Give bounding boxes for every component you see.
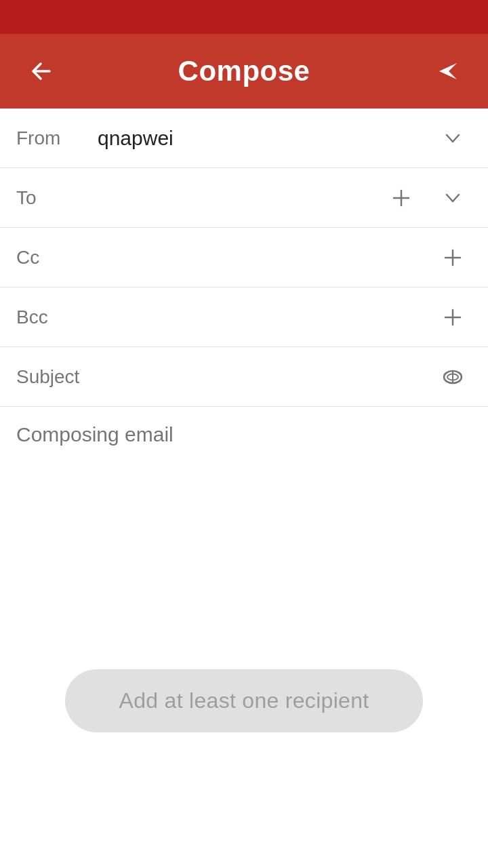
cc-row: Cc (0, 228, 488, 288)
bcc-actions (434, 298, 472, 336)
body-area (0, 407, 488, 679)
from-value: qnapwei (91, 127, 434, 150)
to-actions (382, 179, 472, 217)
from-actions (434, 119, 472, 157)
subject-actions (434, 358, 472, 396)
from-chevron-button[interactable] (434, 119, 472, 157)
from-row: From qnapwei (0, 108, 488, 168)
body-input[interactable] (16, 423, 472, 660)
compose-form: From qnapwei To (0, 108, 488, 679)
to-label: To (16, 187, 91, 209)
to-add-button[interactable] (382, 179, 420, 217)
bcc-add-button[interactable] (434, 298, 472, 336)
bottom-section: Add at least one recipient (0, 656, 488, 746)
subject-label: Subject (16, 366, 91, 388)
toolbar: Compose (0, 34, 488, 108)
cc-actions (434, 239, 472, 277)
cc-add-button[interactable] (434, 239, 472, 277)
send-button[interactable] (427, 51, 468, 92)
subject-input[interactable] (91, 366, 434, 389)
to-row: To (0, 168, 488, 228)
status-bar (0, 0, 488, 34)
attachment-button[interactable] (434, 358, 472, 396)
send-disabled-button: Add at least one recipient (65, 669, 424, 732)
page-title: Compose (178, 55, 310, 87)
from-label: From (16, 127, 91, 149)
bcc-row: Bcc (0, 288, 488, 347)
back-button[interactable] (20, 51, 61, 92)
cc-input[interactable] (91, 246, 434, 269)
to-input[interactable] (91, 186, 382, 210)
bcc-input[interactable] (91, 306, 434, 329)
bcc-label: Bcc (16, 307, 91, 328)
subject-row: Subject (0, 347, 488, 407)
to-chevron-button[interactable] (434, 179, 472, 217)
cc-label: Cc (16, 247, 91, 269)
